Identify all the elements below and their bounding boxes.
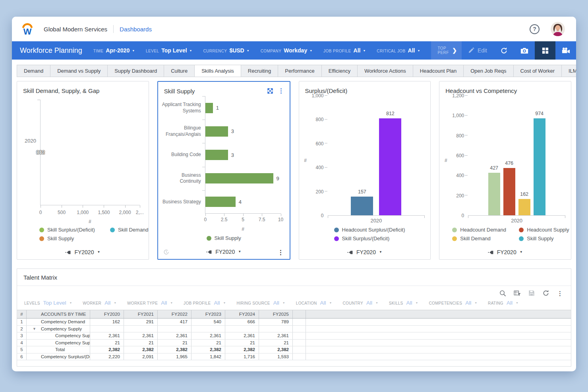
- bar-zone: 3: [205, 143, 281, 166]
- caret-down-icon: ▼: [417, 49, 420, 52]
- row-number: 1: [17, 319, 27, 325]
- kebab-menu-icon[interactable]: ⋮: [557, 290, 563, 296]
- tab-cost-of-worker[interactable]: Cost of Worker: [513, 65, 562, 77]
- tab-workforce-actions[interactable]: Workforce Actions: [357, 65, 413, 77]
- legend-item: Skill Supply: [207, 235, 241, 241]
- tab-recruiting[interactable]: Recruiting: [241, 65, 279, 77]
- toolbar-filter-job-profile[interactable]: JOB PROFILEAll▼: [323, 47, 366, 54]
- caret-down-icon: ▼: [329, 301, 332, 304]
- axis-tick: [325, 95, 327, 96]
- save-icon[interactable]: [528, 290, 535, 296]
- chart-title: Skill Demand, Supply, & Gap: [23, 87, 99, 94]
- org-name: Global Modern Services: [44, 26, 107, 33]
- bar[interactable]: 157: [351, 197, 373, 215]
- tab-ilm-map[interactable]: ILM Map: [561, 65, 576, 77]
- period-selector[interactable]: FY2020 ▼: [439, 245, 571, 259]
- bar[interactable]: [205, 197, 236, 207]
- tab-demand-vs-supply[interactable]: Demand vs Supply: [50, 65, 108, 77]
- table-filter-worker-type[interactable]: WORKER TYPEAll▼: [127, 300, 173, 306]
- tab-skills-analysis[interactable]: Skills Analysis: [194, 65, 241, 77]
- kebab-menu-icon[interactable]: ⋮: [278, 88, 284, 94]
- bar[interactable]: 974: [534, 118, 545, 215]
- help-icon[interactable]: ?: [530, 24, 540, 34]
- table-filter-job-profile[interactable]: JOB PROFILEAll▼: [184, 300, 226, 306]
- expand-icon[interactable]: [267, 88, 273, 94]
- bar[interactable]: [205, 126, 228, 137]
- bar[interactable]: [205, 150, 228, 160]
- legend-label: Headcount Surplus/(Deficit): [342, 227, 405, 233]
- cell-value: [259, 326, 293, 332]
- period-selector[interactable]: FY2020 ▼: [299, 245, 431, 259]
- axis-tick: [104, 205, 104, 208]
- avatar[interactable]: [551, 22, 565, 36]
- tab-efficiency[interactable]: Efficiency: [321, 65, 358, 77]
- period-selector[interactable]: FY2020 ▼ ⋮: [158, 245, 290, 259]
- table-filter-skills[interactable]: SKILLSAll▼: [389, 300, 418, 306]
- legend-dot: [452, 236, 457, 241]
- axis-tick: [205, 214, 206, 216]
- toolbar-filter-currency[interactable]: CURRENCY$USD▼: [203, 47, 250, 54]
- collapse-caret-icon[interactable]: ▼: [33, 327, 36, 331]
- refresh-button[interactable]: [493, 41, 514, 60]
- edit-button[interactable]: Edit: [462, 41, 493, 60]
- bar[interactable]: 476: [503, 168, 515, 215]
- camera-icon[interactable]: [514, 41, 535, 60]
- toolbar-filter-time[interactable]: TIMEApr-2020▼: [93, 47, 135, 54]
- tab-open-job-reqs[interactable]: Open Job Reqs: [463, 65, 513, 77]
- column-header: FY2023: [191, 310, 225, 318]
- tab-performance[interactable]: Performance: [278, 65, 321, 77]
- bar[interactable]: [205, 173, 273, 183]
- dashboard-toolbar: Workforce Planning TIMEApr-2020▼LEVELTop…: [12, 41, 576, 60]
- table-filter-country[interactable]: COUNTRYAll▼: [343, 300, 378, 306]
- chart-card-headcount-vs-competency: Headcount vs Competency #02004006008001,…: [439, 81, 571, 260]
- table-filter-competencies[interactable]: COMPETENCIESAll▼: [429, 300, 478, 306]
- account-label: Competency Supply - Reqs: [27, 340, 90, 346]
- search-icon[interactable]: [499, 290, 506, 297]
- chevron-right-icon[interactable]: ❯: [452, 47, 457, 54]
- legend-label: Skill Supply: [527, 236, 553, 241]
- table-filter-levels[interactable]: LEVELSTop Level▼: [24, 300, 72, 306]
- stacked-bar-chart: 202097416281205001,0001,5002,0002,...#: [21, 97, 142, 225]
- axis-tick: [125, 205, 126, 208]
- table-filter-rating[interactable]: RATINGAll▼: [488, 300, 518, 306]
- pencil-icon: [468, 47, 474, 54]
- toolbar-filter-top-performer[interactable]: TOP PERF ❯: [431, 41, 461, 60]
- filter-label: SKILLS: [389, 301, 403, 305]
- pin-icon: [347, 250, 353, 255]
- legend-dot: [519, 228, 524, 232]
- table-row: 3Competency Supply - Workers2,3612,3612,…: [17, 332, 571, 340]
- bar-value-label: 3: [231, 128, 234, 134]
- grid-view-button[interactable]: [535, 41, 555, 60]
- toolbar-filter-company[interactable]: COMPANYWorkday▼: [261, 47, 312, 54]
- refresh-icon[interactable]: [542, 290, 549, 297]
- column-header: FY2024: [225, 310, 259, 318]
- workday-logo-icon[interactable]: W: [20, 21, 35, 37]
- bar[interactable]: 162: [518, 199, 530, 215]
- pin-icon: [206, 250, 212, 254]
- filter-value: All: [273, 300, 279, 306]
- dashboards-link[interactable]: Dashboards: [120, 26, 152, 33]
- toolbar-filter-level[interactable]: LEVELTop Level▼: [146, 47, 192, 54]
- axis-tick: [465, 175, 468, 176]
- tab-supply-dashboard[interactable]: Supply Dashboard: [107, 65, 164, 77]
- page-title: Workforce Planning: [20, 46, 82, 55]
- axis-tick: [465, 155, 468, 156]
- table-filter-worker[interactable]: WORKERAll▼: [83, 300, 116, 306]
- tab-culture[interactable]: Culture: [164, 65, 195, 77]
- video-camera-icon[interactable]: [555, 41, 576, 60]
- cell-value: 162: [90, 319, 124, 325]
- filter-value: All: [214, 300, 220, 306]
- bar[interactable]: 812: [379, 118, 401, 215]
- table-filter-location[interactable]: LOCATIONAll▼: [296, 300, 332, 306]
- table-filter-hiring-source[interactable]: HIRING SOURCEAll▼: [236, 300, 285, 306]
- filter-grid-icon[interactable]: [514, 290, 521, 297]
- tab-demand[interactable]: Demand: [17, 65, 50, 77]
- kebab-menu-icon[interactable]: ⋮: [278, 249, 284, 256]
- bar[interactable]: 427: [488, 173, 500, 215]
- toolbar-filter-critical-job[interactable]: CRITICAL JOBAll▼: [377, 47, 420, 54]
- history-icon[interactable]: [163, 249, 170, 255]
- cell-value: 2,091: [124, 353, 158, 360]
- period-selector[interactable]: FY2020 ▼: [17, 245, 149, 259]
- bar[interactable]: [205, 103, 213, 113]
- tab-headcount-plan[interactable]: Headcount Plan: [413, 65, 464, 77]
